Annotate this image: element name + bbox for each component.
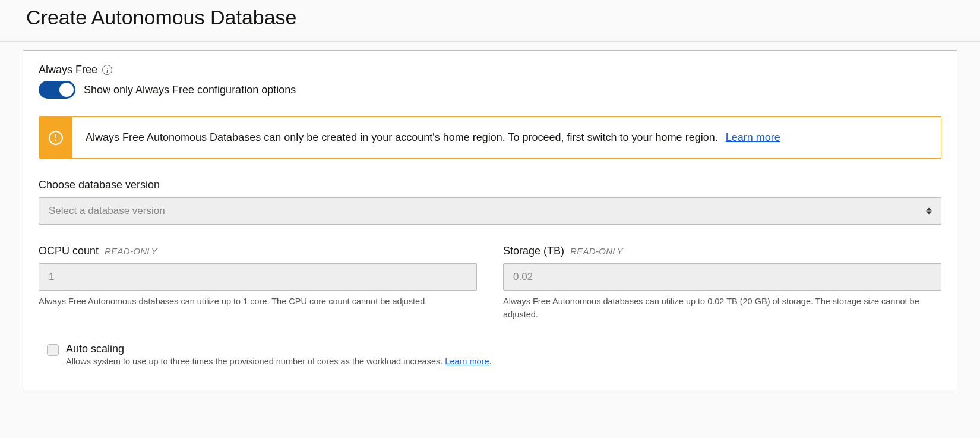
ocpu-input: 1 (39, 263, 477, 291)
alert-text: Always Free Autonomous Databases can onl… (86, 131, 718, 143)
toggle-knob (59, 83, 74, 97)
auto-scaling-suffix: . (489, 357, 491, 366)
ocpu-readonly-tag: READ-ONLY (105, 246, 157, 256)
auto-scaling-content: Auto scaling Allows system to use up to … (66, 343, 941, 366)
auto-scaling-help: Allows system to use up to three times t… (66, 357, 941, 366)
ocpu-label-row: OCPU count READ-ONLY (39, 245, 477, 257)
ocpu-field: OCPU count READ-ONLY 1 Always Free Auton… (39, 245, 477, 322)
storage-help: Always Free Autonomous databases can uti… (503, 295, 941, 322)
alert-icon-box: ! (39, 117, 72, 158)
always-free-toggle-label: Show only Always Free configuration opti… (84, 84, 296, 96)
auto-scaling-row: Auto scaling Allows system to use up to … (39, 343, 941, 366)
page-header: Create Autonomous Database (0, 0, 980, 42)
always-free-toggle-row: Show only Always Free configuration opti… (39, 81, 941, 99)
always-free-toggle[interactable] (39, 81, 75, 99)
config-card: Always Free i Show only Always Free conf… (23, 50, 957, 390)
compute-storage-row: OCPU count READ-ONLY 1 Always Free Auton… (39, 245, 941, 322)
alert-learn-more-link[interactable]: Learn more (726, 131, 780, 143)
auto-scaling-learn-more-link[interactable]: Learn more (445, 357, 489, 366)
storage-label: Storage (TB) (503, 245, 564, 257)
storage-input: 0.02 (503, 263, 941, 291)
db-version-select-wrap: Select a database version (39, 197, 941, 225)
db-version-field: Choose database version Select a databas… (39, 179, 941, 225)
storage-field: Storage (TB) READ-ONLY 0.02 Always Free … (503, 245, 941, 322)
warning-icon: ! (49, 131, 63, 145)
storage-label-row: Storage (TB) READ-ONLY (503, 245, 941, 257)
page-title: Create Autonomous Database (26, 6, 954, 29)
always-free-header: Always Free i (39, 64, 941, 76)
ocpu-label: OCPU count (39, 245, 99, 257)
alert-body: Always Free Autonomous Databases can onl… (72, 117, 794, 158)
auto-scaling-help-text: Allows system to use up to three times t… (66, 357, 445, 366)
ocpu-help: Always Free Autonomous databases can uti… (39, 295, 477, 308)
info-icon[interactable]: i (102, 65, 112, 75)
db-version-label: Choose database version (39, 179, 941, 191)
auto-scaling-label: Auto scaling (66, 343, 941, 355)
region-warning-alert: ! Always Free Autonomous Databases can o… (39, 116, 941, 159)
auto-scaling-checkbox[interactable] (47, 344, 59, 356)
db-version-select[interactable]: Select a database version (39, 197, 941, 225)
storage-readonly-tag: READ-ONLY (570, 246, 623, 256)
always-free-label: Always Free (39, 64, 97, 76)
